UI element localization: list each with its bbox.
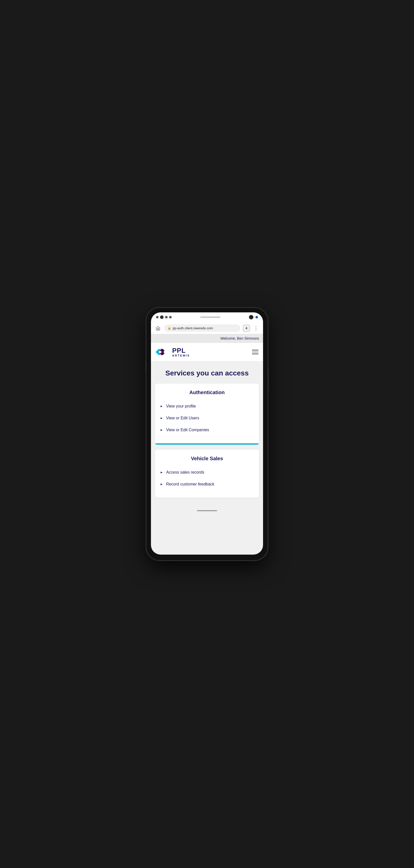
url-text: pp-auth.client.newredo.com [173,326,213,330]
lock-icon: 🔒 [168,327,171,330]
logo-artemis-text: ARTEMIS [172,354,190,357]
authentication-card: Authentication ► View your profile ► Vie… [155,383,259,444]
rear-camera [249,315,254,319]
rear-camera-2 [256,316,258,318]
authentication-links: ► View your profile ► View or Edit Users… [155,398,259,443]
status-dot-3 [169,316,172,318]
phone-frame: 🔒 pp-auth.client.newredo.com 4 ⋮ Welcome… [146,308,268,560]
view-profile-text: View your profile [166,404,196,408]
vehicle-sales-card-title: Vehicle Sales [155,450,259,464]
power-button [268,368,269,391]
page-title: Services you can access [155,369,259,377]
arrow-icon-profile: ► [160,404,163,408]
status-dot-2 [165,316,168,318]
view-edit-users-text: View or Edit Users [166,416,199,421]
hamburger-menu[interactable] [252,350,259,354]
hamburger-line-1 [252,350,259,350]
welcome-text: Welcome, Ben Simmons [220,336,259,340]
volume-button [145,358,146,373]
access-sales-records-link[interactable]: ► Access sales records [160,467,254,478]
site-header: PPL ARTEMIS [151,343,263,361]
svg-marker-0 [156,349,160,355]
logo-area: PPL ARTEMIS [155,346,190,358]
front-camera [160,315,164,319]
status-bar-right [249,315,258,319]
logo-icon [155,346,169,358]
browser-toolbar: 🔒 pp-auth.client.newredo.com 4 ⋮ [154,324,260,332]
status-bar-left [156,315,172,319]
status-dot-1 [156,316,158,318]
view-edit-companies-text: View or Edit Companies [166,428,209,432]
logo-ppl-text: PPL [172,347,190,354]
arrow-icon-sales: ► [160,471,163,474]
vehicle-sales-card: Vehicle Sales ► Access sales records ► R… [155,450,259,498]
hamburger-line-2 [252,352,259,352]
main-content: Services you can access Authentication ►… [151,361,263,508]
bottom-bar [151,508,263,514]
record-customer-feedback-link[interactable]: ► Record customer feedback [160,478,254,490]
access-sales-records-text: Access sales records [166,470,204,475]
vehicle-sales-links: ► Access sales records ► Record customer… [155,464,259,498]
arrow-icon-users: ► [160,416,163,420]
arrow-icon-companies: ► [160,428,163,432]
logo-text: PPL ARTEMIS [172,347,190,357]
welcome-bar: Welcome, Ben Simmons [151,334,263,343]
browser-home-button[interactable] [154,325,161,332]
view-profile-link[interactable]: ► View your profile [160,400,254,412]
view-edit-companies-link[interactable]: ► View or Edit Companies [160,424,254,436]
address-bar[interactable]: 🔒 pp-auth.client.newredo.com [164,324,240,332]
browser-chrome: 🔒 pp-auth.client.newredo.com 4 ⋮ [151,322,263,334]
hamburger-line-3 [252,353,259,354]
record-customer-feedback-text: Record customer feedback [166,482,214,487]
arrow-icon-feedback: ► [160,483,163,486]
speaker-grille [200,316,220,318]
authentication-card-title: Authentication [155,383,259,398]
browser-menu-button[interactable]: ⋮ [253,325,260,331]
home-indicator [197,510,217,511]
authentication-card-bar [155,443,259,444]
status-bar [151,312,263,322]
tabs-button[interactable]: 4 [243,325,250,332]
phone-screen: 🔒 pp-auth.client.newredo.com 4 ⋮ Welcome… [151,312,263,555]
view-edit-users-link[interactable]: ► View or Edit Users [160,412,254,424]
